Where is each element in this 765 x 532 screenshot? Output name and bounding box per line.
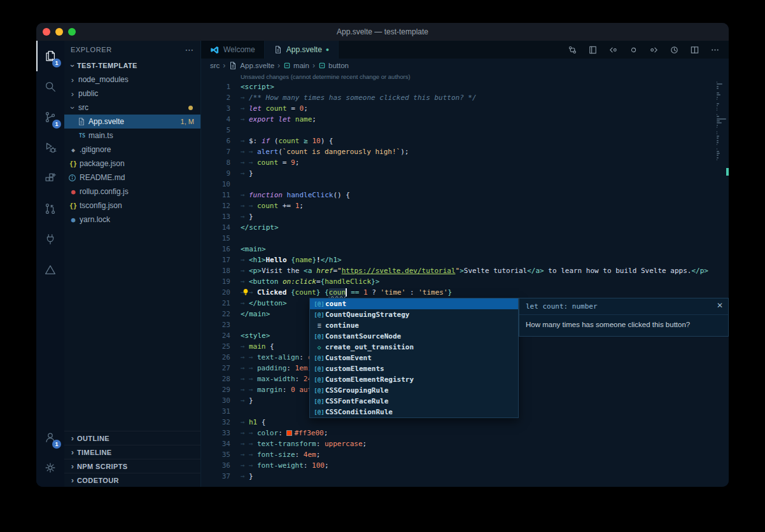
breadcrumb-item-app-svelte[interactable]: App.svelte	[228, 61, 274, 70]
activity-item-explorer[interactable]: 1	[36, 41, 64, 71]
activity-item-source-control[interactable]: 1	[36, 102, 64, 132]
suggest-label: CSSConditionRule	[325, 408, 393, 416]
sidebar-panel-npm-scripts[interactable]: ›NPM SCRIPTS	[64, 459, 200, 473]
chevron-right-icon: ›	[68, 448, 77, 456]
history-icon[interactable]	[670, 45, 679, 55]
suggest-kind-icon: ◇	[313, 344, 325, 351]
file-row-package.json[interactable]: {}package.json	[64, 157, 200, 171]
code-line-9[interactable]: 9→}	[201, 168, 729, 179]
titlebar[interactable]: App.svelte — test-template	[36, 23, 729, 41]
next-change-icon[interactable]	[649, 45, 659, 55]
file-row-tsconfig.json[interactable]: {}tsconfig.json	[64, 199, 200, 213]
code-line-36[interactable]: 36→→font-weight: 100;	[201, 460, 729, 471]
suggest-item-create_out_transition[interactable]: ◇create_out_transition	[310, 342, 518, 353]
code-line-32[interactable]: 32→h1 {	[201, 417, 729, 428]
file-row-main.ts[interactable]: TSmain.ts	[64, 129, 200, 143]
explorer-sidebar: EXPLORER ⋯ › TEST-TEMPLATE ›node_modules…	[64, 41, 201, 487]
file-row-node_modules[interactable]: ›node_modules	[64, 73, 200, 87]
split-editor-icon[interactable]	[690, 45, 699, 55]
suggest-item-CustomElementRegistry[interactable]: [@]CustomElementRegistry	[310, 374, 518, 385]
activity-badge: 1	[52, 120, 61, 129]
code-line-10[interactable]: 10	[201, 179, 729, 190]
code-line-13[interactable]: 13→}	[201, 211, 729, 222]
file-row-public[interactable]: ›public	[64, 87, 200, 101]
code-line-33[interactable]: 33→→color: #ff3e00;	[201, 428, 729, 438]
project-root-row[interactable]: › TEST-TEMPLATE	[64, 59, 200, 73]
code-line-16[interactable]: 16<main>	[201, 244, 729, 255]
suggest-item-continue[interactable]: ≡continue	[310, 320, 518, 331]
code-line-37[interactable]: 37→}	[201, 471, 729, 482]
code-token: Svelte tutorial	[464, 267, 527, 275]
activity-item-extensions[interactable]	[36, 163, 64, 193]
more-icon[interactable]	[710, 45, 720, 55]
activity-item-settings[interactable]	[36, 452, 64, 483]
suggest-item-CSSConditionRule[interactable]: [@]CSSConditionRule	[310, 407, 518, 417]
file-row-README.md[interactable]: README.md	[64, 171, 200, 185]
circle-icon[interactable]	[629, 45, 638, 55]
close-icon[interactable]: ✕	[717, 301, 723, 310]
activity-item-search[interactable]	[36, 71, 64, 102]
code-token: ;	[304, 104, 308, 113]
code-line-3[interactable]: 3→let count = 0;	[201, 103, 729, 114]
activity-item-run-and-debug[interactable]	[36, 132, 64, 163]
suggest-item-CSSFontFaceRule[interactable]: [@]CSSFontFaceRule	[310, 396, 518, 407]
file-row-rollup.config.js[interactable]: ●rollup.config.js	[64, 185, 200, 199]
activity-item-azure[interactable]	[36, 255, 64, 285]
activity-item-accounts[interactable]: 1	[36, 422, 64, 452]
code-editor[interactable]: Unsaved changes (cannot determine recent…	[201, 73, 729, 487]
close-window-button[interactable]	[43, 28, 50, 36]
file-row-.gitignore[interactable]: ◆.gitignore	[64, 143, 200, 157]
file-icon	[228, 61, 237, 70]
notebook-icon[interactable]	[588, 45, 598, 55]
code-line-5[interactable]: 5	[201, 125, 729, 136]
sidebar-panel-outline[interactable]: ›OUTLINE	[64, 431, 200, 445]
code-line-7[interactable]: 7→→alert(`count is dangerously high!`);	[201, 146, 729, 157]
code-line-4[interactable]: 4→export let name;	[201, 114, 729, 125]
code-line-14[interactable]: 14</script>	[201, 222, 729, 233]
code-line-12[interactable]: 12→→count += 1;	[201, 200, 729, 211]
code-token: :	[283, 386, 291, 394]
code-line-15[interactable]: 15	[201, 233, 729, 244]
code-line-20[interactable]: 20→→Clicked {count} {coun == 1 ? 'time' …	[201, 287, 729, 298]
suggest-label: customElements	[325, 365, 384, 373]
code-line-19[interactable]: 19→<button on:click={handleClick}>	[201, 276, 729, 287]
code-line-18[interactable]: 18→<p>Visit the <a href="https://svelte.…	[201, 265, 729, 276]
suggest-item-count[interactable]: [@]count	[310, 298, 518, 309]
code-line-17[interactable]: 17→<h1>Hello {name}!</h1>	[201, 255, 729, 265]
suggest-item-ConstantSourceNode[interactable]: [@]ConstantSourceNode	[310, 331, 518, 342]
tab-app-svelte[interactable]: App.svelte●	[265, 41, 339, 59]
code-line-35[interactable]: 35→→font-size: 4em;	[201, 449, 729, 460]
line-number: 31	[201, 406, 230, 417]
code-line-11[interactable]: 11→function handleClick() {	[201, 190, 729, 200]
minimize-window-button[interactable]	[55, 28, 63, 36]
file-row-App.svelte[interactable]: App.svelte1, M	[64, 115, 200, 129]
code-text: →→font-size: 4em;	[230, 449, 320, 460]
minimap[interactable]	[717, 81, 727, 161]
activity-item-remote[interactable]	[36, 224, 64, 255]
prev-change-icon[interactable]	[608, 45, 618, 55]
breadcrumb-item-main[interactable]: main	[283, 62, 309, 69]
code-text: →/** How many times has someone clicked …	[230, 92, 477, 103]
file-row-src[interactable]: ›src	[64, 101, 200, 115]
breadcrumb-item-button[interactable]: button	[318, 62, 349, 69]
suggest-item-CountQueuingStrategy[interactable]: [@]CountQueuingStrategy	[310, 309, 518, 320]
code-line-6[interactable]: 6→$: if (count ≥ 10) {	[201, 136, 729, 146]
file-row-yarn.lock[interactable]: ●yarn.lock	[64, 213, 200, 227]
zoom-window-button[interactable]	[68, 28, 76, 36]
suggest-item-CustomEvent[interactable]: [@]CustomEvent	[310, 353, 518, 363]
tab-welcome[interactable]: Welcome	[201, 41, 265, 59]
breadcrumb-item-src[interactable]: src	[210, 62, 220, 69]
sidebar-panel-codetour[interactable]: ›CODETOUR	[64, 473, 200, 487]
git-compare-icon[interactable]	[568, 45, 577, 55]
breadcrumb-label: button	[328, 62, 349, 69]
sidebar-more-icon[interactable]: ⋯	[185, 45, 194, 55]
code-token: max-width	[257, 375, 295, 383]
suggest-item-customElements[interactable]: [@]customElements	[310, 363, 518, 374]
code-line-8[interactable]: 8→→count = 9;	[201, 157, 729, 168]
activity-item-pull-requests[interactable]	[36, 193, 64, 224]
code-line-34[interactable]: 34→→text-transform: uppercase;	[201, 438, 729, 449]
code-line-2[interactable]: 2→/** How many times has someone clicked…	[201, 92, 729, 103]
sidebar-panel-timeline[interactable]: ›TIMELINE	[64, 445, 200, 459]
code-line-1[interactable]: 1<script>	[201, 81, 729, 92]
suggest-item-CSSGroupingRule[interactable]: [@]CSSGroupingRule	[310, 385, 518, 396]
